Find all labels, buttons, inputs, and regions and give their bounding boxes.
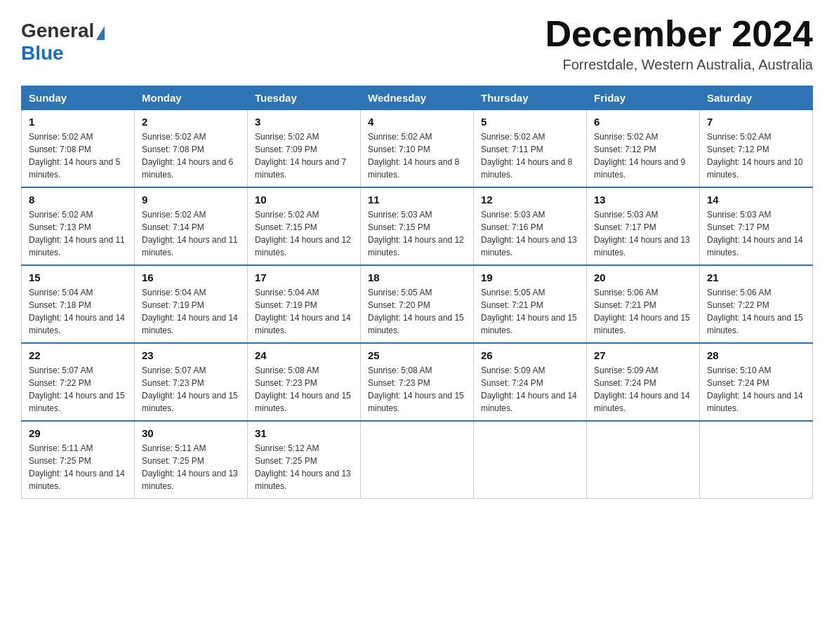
- calendar-day-cell: 22 Sunrise: 5:07 AM Sunset: 7:22 PM Dayl…: [22, 343, 135, 421]
- day-info: Sunrise: 5:03 AM Sunset: 7:16 PM Dayligh…: [481, 208, 579, 259]
- daylight-label: Daylight: 14 hours and 11 minutes.: [142, 235, 238, 257]
- sunrise-label: Sunrise: 5:06 AM: [707, 288, 771, 297]
- sunrise-label: Sunrise: 5:02 AM: [142, 210, 206, 220]
- daylight-label: Daylight: 14 hours and 14 minutes.: [29, 313, 125, 335]
- logo-blue-text: Blue: [21, 42, 64, 64]
- sunset-label: Sunset: 7:22 PM: [29, 378, 91, 388]
- day-info: Sunrise: 5:02 AM Sunset: 7:10 PM Dayligh…: [368, 130, 466, 181]
- title-area: December 2024 Forrestdale, Western Austr…: [545, 14, 813, 73]
- daylight-label: Daylight: 14 hours and 15 minutes.: [29, 391, 125, 413]
- day-number: 15: [29, 271, 127, 283]
- col-sunday: Sunday: [22, 86, 135, 110]
- sunrise-label: Sunrise: 5:12 AM: [255, 443, 319, 453]
- day-info: Sunrise: 5:02 AM Sunset: 7:08 PM Dayligh…: [29, 130, 127, 181]
- calendar-day-cell: 6 Sunrise: 5:02 AM Sunset: 7:12 PM Dayli…: [587, 110, 700, 188]
- day-info: Sunrise: 5:05 AM Sunset: 7:20 PM Dayligh…: [368, 286, 466, 337]
- sunrise-label: Sunrise: 5:07 AM: [142, 365, 206, 375]
- day-info: Sunrise: 5:07 AM Sunset: 7:23 PM Dayligh…: [142, 364, 240, 415]
- day-number: 31: [255, 427, 353, 439]
- calendar-day-cell: 29 Sunrise: 5:11 AM Sunset: 7:25 PM Dayl…: [22, 421, 135, 499]
- daylight-label: Daylight: 14 hours and 14 minutes.: [481, 391, 577, 413]
- col-saturday: Saturday: [700, 86, 813, 110]
- col-friday: Friday: [587, 86, 700, 110]
- daylight-label: Daylight: 14 hours and 8 minutes.: [481, 157, 572, 180]
- day-info: Sunrise: 5:02 AM Sunset: 7:08 PM Dayligh…: [142, 130, 240, 181]
- sunset-label: Sunset: 7:24 PM: [707, 378, 769, 388]
- sunset-label: Sunset: 7:25 PM: [29, 456, 91, 466]
- sunrise-label: Sunrise: 5:02 AM: [255, 210, 319, 220]
- sunset-label: Sunset: 7:22 PM: [707, 300, 769, 310]
- day-number: 5: [481, 116, 579, 128]
- day-info: Sunrise: 5:02 AM Sunset: 7:13 PM Dayligh…: [29, 208, 127, 259]
- sunrise-label: Sunrise: 5:02 AM: [29, 132, 93, 142]
- day-info: Sunrise: 5:03 AM Sunset: 7:17 PM Dayligh…: [707, 208, 805, 259]
- daylight-label: Daylight: 14 hours and 6 minutes.: [142, 157, 233, 180]
- calendar-day-cell: 27 Sunrise: 5:09 AM Sunset: 7:24 PM Dayl…: [587, 343, 700, 421]
- sunrise-label: Sunrise: 5:05 AM: [368, 288, 432, 297]
- day-number: 28: [707, 349, 805, 361]
- calendar-day-cell: 17 Sunrise: 5:04 AM Sunset: 7:19 PM Dayl…: [248, 265, 361, 343]
- day-number: 1: [29, 116, 127, 128]
- sunset-label: Sunset: 7:25 PM: [142, 456, 204, 466]
- day-info: Sunrise: 5:04 AM Sunset: 7:19 PM Dayligh…: [142, 286, 240, 337]
- sunset-label: Sunset: 7:24 PM: [481, 378, 543, 388]
- sunset-label: Sunset: 7:11 PM: [481, 145, 543, 154]
- calendar-day-cell: 28 Sunrise: 5:10 AM Sunset: 7:24 PM Dayl…: [700, 343, 813, 421]
- logo-general-text: General: [21, 20, 94, 42]
- sunrise-label: Sunrise: 5:02 AM: [707, 132, 771, 142]
- calendar-day-cell: 1 Sunrise: 5:02 AM Sunset: 7:08 PM Dayli…: [22, 110, 135, 188]
- daylight-label: Daylight: 14 hours and 14 minutes.: [255, 313, 351, 335]
- calendar-day-cell: 12 Sunrise: 5:03 AM Sunset: 7:16 PM Dayl…: [474, 187, 587, 265]
- month-title: December 2024: [545, 14, 813, 54]
- sunrise-label: Sunrise: 5:04 AM: [142, 288, 206, 297]
- sunset-label: Sunset: 7:23 PM: [368, 378, 430, 388]
- sunrise-label: Sunrise: 5:09 AM: [481, 365, 545, 375]
- sunset-label: Sunset: 7:08 PM: [142, 145, 204, 154]
- sunset-label: Sunset: 7:12 PM: [707, 145, 769, 154]
- daylight-label: Daylight: 14 hours and 14 minutes.: [707, 391, 803, 413]
- day-info: Sunrise: 5:08 AM Sunset: 7:23 PM Dayligh…: [255, 364, 353, 415]
- sunrise-label: Sunrise: 5:04 AM: [29, 288, 93, 297]
- day-number: 22: [29, 349, 127, 361]
- day-number: 14: [707, 194, 805, 206]
- calendar-week-row: 29 Sunrise: 5:11 AM Sunset: 7:25 PM Dayl…: [22, 421, 813, 499]
- day-info: Sunrise: 5:06 AM Sunset: 7:21 PM Dayligh…: [594, 286, 692, 337]
- sunrise-label: Sunrise: 5:02 AM: [368, 132, 432, 142]
- day-info: Sunrise: 5:02 AM Sunset: 7:11 PM Dayligh…: [481, 130, 579, 181]
- sunset-label: Sunset: 7:25 PM: [255, 456, 317, 466]
- day-info: Sunrise: 5:07 AM Sunset: 7:22 PM Dayligh…: [29, 364, 127, 415]
- sunrise-label: Sunrise: 5:03 AM: [594, 210, 658, 220]
- day-number: 11: [368, 194, 466, 206]
- daylight-label: Daylight: 14 hours and 14 minutes.: [594, 391, 690, 413]
- sunrise-label: Sunrise: 5:02 AM: [481, 132, 545, 142]
- day-number: 3: [255, 116, 353, 128]
- day-number: 4: [368, 116, 466, 128]
- sunset-label: Sunset: 7:15 PM: [368, 222, 430, 232]
- day-number: 10: [255, 194, 353, 206]
- sunrise-label: Sunrise: 5:05 AM: [481, 288, 545, 297]
- daylight-label: Daylight: 14 hours and 13 minutes.: [594, 235, 690, 257]
- daylight-label: Daylight: 14 hours and 7 minutes.: [255, 157, 346, 180]
- day-info: Sunrise: 5:02 AM Sunset: 7:15 PM Dayligh…: [255, 208, 353, 259]
- daylight-label: Daylight: 14 hours and 15 minutes.: [594, 313, 690, 335]
- calendar-day-cell: [587, 421, 700, 499]
- day-info: Sunrise: 5:11 AM Sunset: 7:25 PM Dayligh…: [29, 442, 127, 492]
- calendar-day-cell: 9 Sunrise: 5:02 AM Sunset: 7:14 PM Dayli…: [135, 187, 248, 265]
- daylight-label: Daylight: 14 hours and 15 minutes.: [368, 391, 464, 413]
- calendar-day-cell: [700, 421, 813, 499]
- daylight-label: Daylight: 14 hours and 12 minutes.: [368, 235, 464, 257]
- sunset-label: Sunset: 7:17 PM: [707, 222, 769, 232]
- day-number: 7: [707, 116, 805, 128]
- sunset-label: Sunset: 7:20 PM: [368, 300, 430, 310]
- day-number: 12: [481, 194, 579, 206]
- day-number: 27: [594, 349, 692, 361]
- day-info: Sunrise: 5:12 AM Sunset: 7:25 PM Dayligh…: [255, 442, 353, 492]
- sunset-label: Sunset: 7:17 PM: [594, 222, 656, 232]
- daylight-label: Daylight: 14 hours and 10 minutes.: [707, 157, 803, 180]
- calendar-week-row: 1 Sunrise: 5:02 AM Sunset: 7:08 PM Dayli…: [22, 110, 813, 188]
- sunset-label: Sunset: 7:19 PM: [142, 300, 204, 310]
- daylight-label: Daylight: 14 hours and 15 minutes.: [142, 391, 238, 413]
- calendar-week-row: 22 Sunrise: 5:07 AM Sunset: 7:22 PM Dayl…: [22, 343, 813, 421]
- day-info: Sunrise: 5:11 AM Sunset: 7:25 PM Dayligh…: [142, 442, 240, 492]
- sunrise-label: Sunrise: 5:02 AM: [255, 132, 319, 142]
